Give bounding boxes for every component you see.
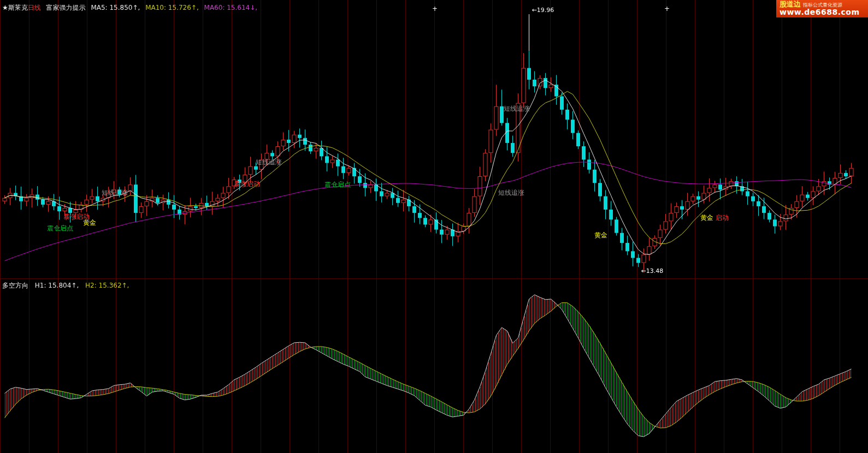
ma5-label: MA5: 15.850↑, (91, 4, 140, 11)
chart-canvas[interactable] (0, 0, 868, 453)
h2-label: H2: 15.362↑, (85, 282, 129, 289)
ad-banner-top: 股道边 指标公式量化资源 (780, 1, 865, 8)
main-chart-header: ★斯莱克日线 富家强力提示 MA5: 15.850↑, MA10: 15.726… (2, 3, 261, 13)
ad-banner[interactable]: 股道边 指标公式量化资源 www.de6688.com (776, 0, 868, 17)
ad-url: www.de6688.com (780, 8, 865, 16)
h1-label: H1: 15.804↑, (35, 282, 79, 289)
indicator-name: 多空方向 (2, 282, 28, 289)
chart-window: ★斯莱克日线 富家强力提示 MA5: 15.850↑, MA10: 15.726… (0, 0, 868, 453)
formula-hint: 富家强力提示 (46, 4, 86, 11)
period-label[interactable]: 日线 (28, 4, 41, 11)
ma10-label: MA10: 15.726↑, (145, 4, 199, 11)
indicator-header: 多空方向 H1: 15.804↑, H2: 15.362↑, (2, 281, 133, 290)
ad-brand: 股道边 (780, 1, 801, 8)
ma60-label: MA60: 15.614↓, (204, 4, 258, 11)
stock-title: ★斯莱克 (2, 4, 28, 11)
